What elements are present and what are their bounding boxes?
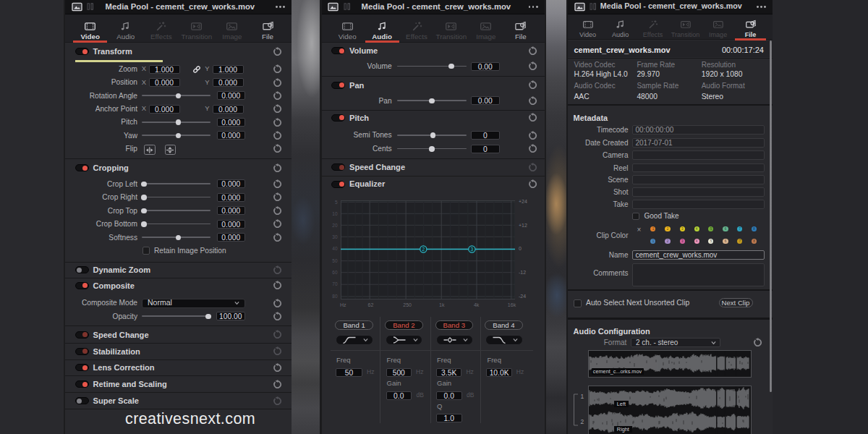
svg-text:2: 2 [422, 247, 425, 252]
svg-text:3: 3 [470, 247, 473, 252]
